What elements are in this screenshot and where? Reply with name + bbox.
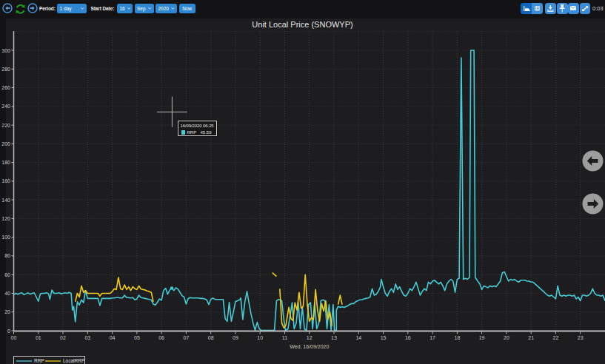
svg-text:08: 08 <box>208 335 214 340</box>
svg-text:300: 300 <box>1 48 10 53</box>
svg-text:LocalRRP: LocalRRP <box>63 358 84 363</box>
svg-text:06: 06 <box>158 335 164 340</box>
svg-text:40: 40 <box>4 291 10 296</box>
svg-text:11: 11 <box>282 335 287 340</box>
svg-text:Wed, 16/09/2020: Wed, 16/09/2020 <box>290 344 329 349</box>
svg-text:22: 22 <box>553 335 559 340</box>
svg-text:RRP: RRP <box>34 358 44 363</box>
svg-text:20: 20 <box>504 335 509 340</box>
svg-text:21: 21 <box>528 335 534 340</box>
svg-text:14: 14 <box>355 335 361 340</box>
svg-text:05: 05 <box>134 335 140 340</box>
svg-text:120: 120 <box>1 216 10 221</box>
svg-text:20: 20 <box>4 309 10 314</box>
svg-text:0: 0 <box>7 328 10 334</box>
svg-text:19: 19 <box>479 335 485 340</box>
svg-text:13: 13 <box>331 335 337 340</box>
svg-text:220: 220 <box>1 123 10 128</box>
svg-text:260: 260 <box>1 85 10 90</box>
svg-text:18: 18 <box>455 335 461 340</box>
svg-text:04: 04 <box>110 335 116 340</box>
svg-text:10: 10 <box>257 335 263 340</box>
svg-text:15: 15 <box>381 335 387 340</box>
svg-text:200: 200 <box>1 141 10 146</box>
svg-text:03: 03 <box>84 335 90 340</box>
svg-text:100: 100 <box>1 235 10 240</box>
svg-text:140: 140 <box>1 198 10 203</box>
svg-text:280: 280 <box>1 67 10 72</box>
svg-text:00: 00 <box>11 335 17 340</box>
svg-text:09: 09 <box>233 335 238 340</box>
svg-text:12: 12 <box>307 335 312 340</box>
svg-text:23: 23 <box>578 335 584 340</box>
svg-text:07: 07 <box>184 335 190 340</box>
svg-text:60: 60 <box>4 272 10 277</box>
svg-text:240: 240 <box>1 104 10 109</box>
svg-text:17: 17 <box>429 335 435 340</box>
svg-text:180: 180 <box>1 160 10 165</box>
svg-text:80: 80 <box>4 253 10 258</box>
svg-text:02: 02 <box>60 335 66 340</box>
svg-text:160: 160 <box>1 178 10 183</box>
svg-text:01: 01 <box>36 335 41 340</box>
svg-text:16: 16 <box>405 335 411 340</box>
